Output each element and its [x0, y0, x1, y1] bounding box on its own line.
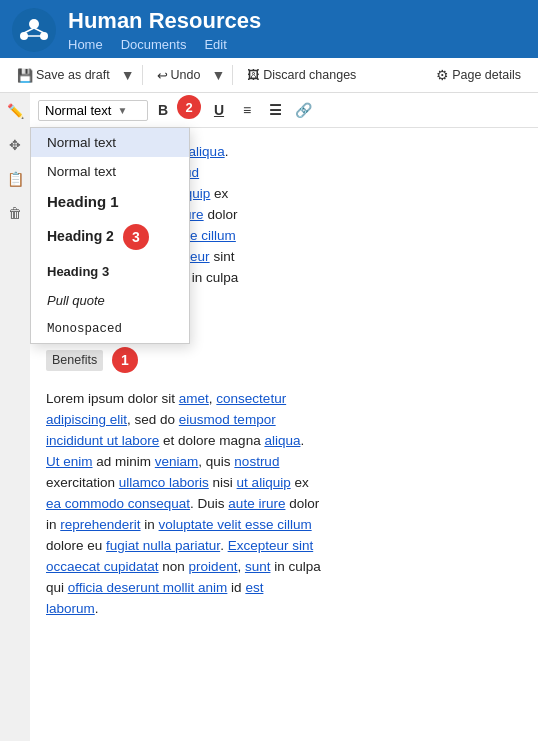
svg-point-0	[29, 19, 39, 29]
style-heading1[interactable]: Heading 1	[31, 186, 189, 217]
section-header: Benefits 1	[46, 346, 522, 379]
undo-label: Undo	[171, 68, 201, 82]
discard-label: Discard changes	[263, 68, 356, 82]
style-heading2[interactable]: Heading 2 3	[31, 217, 189, 257]
page-details-label: Page details	[452, 68, 521, 82]
undo-icon: ↩	[157, 68, 168, 83]
content-area: ✏️ ✥ 📋 🗑 Normal text ▼ Normal text Norma…	[0, 93, 538, 741]
nav-documents[interactable]: Documents	[121, 37, 187, 52]
style-normal-text-2[interactable]: Normal text	[31, 157, 189, 186]
align-button[interactable]: ≡	[234, 97, 260, 123]
left-sidebar: ✏️ ✥ 📋 🗑	[0, 93, 30, 741]
underline-button[interactable]: U	[206, 97, 232, 123]
svg-line-4	[34, 28, 44, 33]
save-draft-label: Save as draft	[36, 68, 110, 82]
page-details-button[interactable]: ⚙ Page details	[429, 63, 528, 87]
save-icon: 💾	[17, 68, 33, 83]
sidebar-delete-icon[interactable]: 🗑	[5, 203, 25, 223]
style-heading3[interactable]: Heading 3	[31, 257, 189, 286]
undo-button[interactable]: ↩ Undo	[150, 64, 208, 87]
save-draft-button[interactable]: 💾 Save as draft	[10, 64, 117, 87]
badge-1: 1	[112, 347, 138, 373]
toolbar-divider-2	[232, 65, 233, 85]
sidebar-edit-icon[interactable]: ✏️	[5, 101, 25, 121]
format-toolbar: Normal text ▼ Normal text Normal text He…	[30, 93, 538, 128]
link-button[interactable]: 🔗	[290, 97, 316, 123]
style-monospaced[interactable]: Monospaced	[31, 315, 189, 343]
section-label: Benefits	[46, 350, 103, 371]
app-header: Human Resources Home Documents Edit	[0, 0, 538, 58]
badge-2: 2	[177, 95, 201, 119]
style-select-arrow: ▼	[117, 105, 127, 116]
nav-home[interactable]: Home	[68, 37, 103, 52]
discard-icon: 🖼	[247, 68, 260, 82]
app-logo	[12, 8, 56, 52]
style-pullquote[interactable]: Pull quote	[31, 286, 189, 315]
style-select[interactable]: Normal text ▼	[38, 100, 148, 121]
sidebar-move-icon[interactable]: ✥	[5, 135, 25, 155]
gear-icon: ⚙	[436, 67, 449, 83]
badge-3: 3	[123, 224, 149, 250]
list-button[interactable]: ☰	[262, 97, 288, 123]
app-title: Human Resources	[68, 8, 261, 34]
svg-line-3	[24, 28, 34, 33]
bold-button[interactable]: B	[150, 97, 176, 123]
discard-button[interactable]: 🖼 Discard changes	[240, 64, 363, 86]
sidebar-copy-icon[interactable]: 📋	[5, 169, 25, 189]
header-nav: Home Documents Edit	[68, 37, 261, 52]
save-dropdown-arrow[interactable]: ▼	[121, 67, 135, 83]
style-select-label: Normal text	[45, 103, 111, 118]
main-toolbar: 💾 Save as draft ▼ ↩ Undo ▼ 🖼 Discard cha…	[0, 58, 538, 93]
toolbar-divider-1	[142, 65, 143, 85]
style-dropdown: Normal text Normal text Heading 1 Headin…	[30, 127, 190, 344]
doc-body-text: Lorem ipsum dolor sit amet, consectetur …	[46, 389, 522, 619]
document-area: Normal text ▼ Normal text Normal text He…	[30, 93, 538, 741]
nav-edit[interactable]: Edit	[204, 37, 226, 52]
style-normal-text[interactable]: Normal text	[31, 128, 189, 157]
undo-dropdown-arrow[interactable]: ▼	[211, 67, 225, 83]
header-text-group: Human Resources Home Documents Edit	[68, 8, 261, 51]
